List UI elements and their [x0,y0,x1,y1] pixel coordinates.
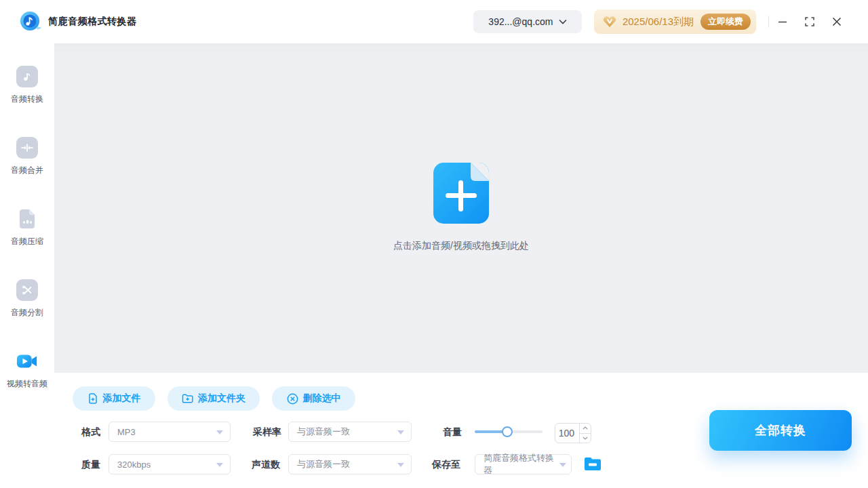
sidebar-item-label: 音频合并 [11,165,43,176]
app-title: 简鹿音频格式转换器 [48,16,137,28]
chevron-down-icon [583,436,588,440]
sidebar: 音频转换 音频合并 [0,43,54,488]
sidebar-item-label: 音频压缩 [11,236,43,247]
spinner-down-button[interactable] [580,434,591,443]
minimize-button[interactable] [769,8,796,35]
app-window: 简鹿音频格式转换器 392...@qq.com [0,0,868,488]
quality-value: 320kbps [117,460,151,470]
channels-value: 与源音频一致 [297,458,350,470]
account-dropdown[interactable]: 392...@qq.com [473,10,582,33]
save-to-label: 保存至 [432,454,460,474]
chevron-up-icon [583,426,588,430]
folder-plus-icon [182,393,193,404]
volume-value[interactable]: 100 [555,424,579,443]
dropdown-arrow-icon [397,430,404,434]
file-plus-icon [87,393,98,404]
music-note-icon [16,66,38,87]
close-icon [832,17,842,26]
dropzone-hint: 点击添加音频/视频或拖拽到此处 [393,240,529,252]
renew-button[interactable]: 立即续费 [701,14,751,30]
dropdown-arrow-icon [397,463,404,467]
compress-file-icon [16,208,38,230]
sidebar-item-audio-convert[interactable]: 音频转换 [11,66,43,105]
maximize-icon [805,17,814,26]
volume-spinner: 100 [555,423,591,443]
circle-x-icon [287,393,298,405]
brand: 简鹿音频格式转换器 [19,10,137,33]
sidebar-item-audio-merge[interactable]: 音频合并 [11,137,43,176]
titlebar: 简鹿音频格式转换器 392...@qq.com [0,0,868,43]
dropdown-arrow-icon [559,463,566,467]
scissors-icon [16,279,38,301]
dropzone[interactable]: 点击添加音频/视频或拖拽到此处 [393,163,529,252]
save-to-value: 简鹿音频格式转换器 [484,452,556,476]
sample-rate-select[interactable]: 与源音频一致 [288,422,412,442]
volume-slider-handle[interactable] [502,426,513,437]
quality-label: 质量 [81,454,100,474]
format-label: 格式 [81,422,100,442]
spinner-buttons [579,424,591,443]
delete-selected-button[interactable]: 删除选中 [272,386,355,411]
dropdown-arrow-icon [216,430,223,434]
sample-rate-value: 与源音频一致 [297,426,350,438]
channels-label: 声道数 [252,454,280,474]
app-logo-icon [19,10,42,33]
close-button[interactable] [823,8,850,35]
bottom-panel: 添加文件 添加文件夹 删除选中 格式 MP3 采样率 与源音频一致 [54,373,868,488]
dropdown-arrow-icon [216,463,223,467]
sidebar-item-label: 音频分割 [11,307,43,319]
add-folder-button[interactable]: 添加文件夹 [167,386,260,411]
spinner-up-button[interactable] [580,424,591,434]
delete-selected-label: 删除选中 [303,392,341,405]
volume-slider[interactable] [475,430,542,433]
sidebar-item-video-to-audio[interactable]: 视频转音频 [7,350,47,390]
add-folder-label: 添加文件夹 [198,392,245,405]
titlebar-right: 392...@qq.com 2025/06/13到期 立即续费 [473,8,850,35]
save-to-select[interactable]: 简鹿音频格式转换器 [475,454,572,474]
account-email: 392...@qq.com [488,16,553,27]
minimize-icon [778,17,787,26]
window-controls [769,8,850,35]
channels-select[interactable]: 与源音频一致 [288,454,412,474]
vip-heart-icon [602,15,617,28]
sidebar-item-label: 视频转音频 [7,378,47,390]
add-file-label: 添加文件 [103,392,141,405]
vip-badge: 2025/06/13到期 立即续费 [594,9,756,34]
video-camera-icon [16,350,38,372]
sidebar-item-audio-split[interactable]: 音频分割 [11,279,43,319]
file-list-area: 点击添加音频/视频或拖拽到此处 [54,43,868,373]
format-value: MP3 [117,427,136,437]
format-select[interactable]: MP3 [108,422,231,442]
convert-all-button[interactable]: 全部转换 [709,410,852,451]
quality-select[interactable]: 320kbps [108,454,231,474]
merge-arrows-icon [16,137,38,159]
vip-expiry-date: 2025/06/13到期 [623,16,694,28]
volume-label: 音量 [443,422,462,442]
open-folder-icon [584,456,601,472]
add-file-button[interactable]: 添加文件 [73,386,155,411]
chevron-down-icon [559,19,567,24]
sample-rate-label: 采样率 [253,422,281,442]
open-folder-button[interactable] [584,456,601,472]
sidebar-item-label: 音频转换 [11,94,43,105]
maximize-button[interactable] [796,8,823,35]
add-file-plus-icon [433,163,489,224]
sidebar-item-audio-compress[interactable]: 音频压缩 [11,208,43,247]
